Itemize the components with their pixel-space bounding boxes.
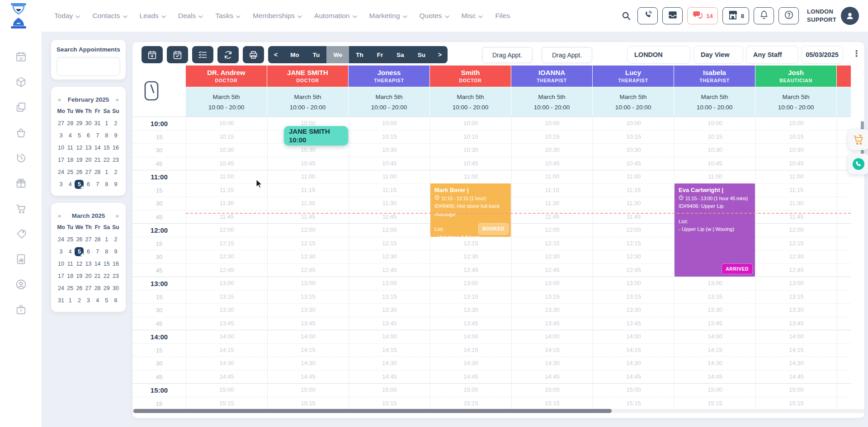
time-slot[interactable]: 15:00	[593, 383, 674, 397]
time-slot[interactable]: 12:00	[593, 223, 674, 237]
time-slot[interactable]: 14:15	[511, 343, 593, 357]
nav-item-tasks[interactable]: Tasks	[215, 12, 241, 20]
time-slot[interactable]: 10:15	[755, 130, 837, 144]
date-input[interactable]: 05/03/2025	[801, 46, 843, 64]
time-slot[interactable]: 11:00	[674, 170, 755, 183]
app-logo[interactable]	[8, 2, 31, 30]
time-slot[interactable]: 15:15	[186, 397, 267, 410]
next-month-button[interactable]: »	[116, 96, 119, 103]
time-slot[interactable]: 15:15	[349, 397, 430, 410]
calendar-day[interactable]: 21	[93, 272, 102, 281]
time-slot-partial[interactable]	[837, 117, 851, 130]
cart-floating-button[interactable]	[848, 129, 868, 150]
time-slot[interactable]: 12:15	[267, 237, 349, 250]
time-slot[interactable]: 13:45	[511, 317, 593, 330]
day-tab-we[interactable]: We	[326, 46, 349, 63]
calendar-day[interactable]: 1	[102, 235, 111, 244]
time-slot[interactable]: 13:15	[593, 290, 674, 304]
calendar-day[interactable]: 8	[102, 131, 111, 140]
calendar-day[interactable]: 30	[84, 119, 93, 128]
calendar-day[interactable]: 13	[84, 259, 93, 268]
time-slot[interactable]: 12:45	[755, 263, 837, 277]
calendar-day[interactable]: 4	[66, 180, 75, 189]
time-slot-partial[interactable]	[837, 237, 851, 250]
time-slot[interactable]: 14:45	[674, 370, 755, 384]
calendar-day[interactable]: 11	[66, 143, 75, 152]
time-slot[interactable]: 12:30	[755, 250, 837, 263]
calendar-day[interactable]: 1	[66, 296, 75, 305]
time-slot[interactable]: 14:45	[755, 370, 837, 384]
time-slot[interactable]: 12:00	[755, 223, 837, 237]
time-slot[interactable]: 10:45	[511, 157, 593, 170]
time-slot[interactable]: 15:15	[511, 397, 593, 410]
time-slot[interactable]: 13:15	[267, 290, 349, 304]
time-slot[interactable]: 10:00	[349, 117, 430, 130]
time-slot[interactable]: 13:30	[267, 303, 349, 317]
time-slot[interactable]: 13:15	[349, 290, 430, 304]
time-slot[interactable]: 11:15	[511, 183, 593, 197]
time-slot[interactable]: 13:00	[593, 277, 674, 290]
calendar-day[interactable]: 1	[102, 168, 111, 177]
calendar-day[interactable]: 6	[84, 247, 93, 256]
print-button[interactable]	[243, 46, 264, 63]
avatar[interactable]	[841, 7, 859, 25]
nav-item-quotes[interactable]: Quotes	[420, 12, 449, 20]
sidebar-item-lock-case[interactable]	[15, 304, 27, 315]
calendar-day[interactable]: 22	[102, 272, 111, 281]
time-slot[interactable]: 13:45	[430, 317, 511, 330]
time-slot[interactable]: 10:30	[674, 143, 755, 157]
time-slot[interactable]: 12:00	[511, 223, 593, 237]
time-slot[interactable]: 12:30	[593, 250, 674, 263]
calendar-day[interactable]: 14	[93, 143, 102, 152]
calendar-day[interactable]: 3	[57, 131, 66, 140]
time-slot[interactable]: 13:30	[186, 303, 267, 317]
time-slot[interactable]: 14:15	[349, 343, 430, 357]
time-slot[interactable]: 10:45	[349, 157, 430, 170]
sidebar-item-calendar[interactable]: 12	[15, 51, 27, 62]
staff-column-header[interactable]: JoshBEAUTICIAN	[755, 66, 836, 87]
time-slot[interactable]: 10:00	[755, 117, 837, 130]
time-slot[interactable]: 12:00	[267, 223, 349, 237]
time-slot[interactable]: 14:00	[349, 330, 430, 343]
time-slot[interactable]: 11:15	[755, 183, 837, 197]
calendar-day[interactable]: 24	[57, 284, 66, 293]
calendar-day[interactable]: 25	[66, 284, 75, 293]
time-slot[interactable]: 14:15	[267, 343, 349, 357]
time-slot[interactable]: 14:45	[267, 370, 349, 384]
calendar-day[interactable]: 27	[84, 168, 93, 177]
nav-item-marketing[interactable]: Marketing	[369, 12, 407, 20]
time-slot[interactable]: 14:00	[267, 330, 349, 343]
inbox-button[interactable]	[662, 7, 683, 24]
time-slot-partial[interactable]	[837, 210, 851, 224]
time-slot[interactable]: 15:15	[593, 397, 674, 410]
time-slot[interactable]: 13:00	[674, 277, 755, 290]
time-slot[interactable]: 13:15	[511, 290, 593, 304]
time-slot[interactable]: 13:15	[674, 290, 755, 304]
calendar-day[interactable]: 12	[75, 143, 84, 152]
time-slot[interactable]: 13:15	[430, 290, 511, 304]
time-slot[interactable]: 14:15	[755, 343, 837, 357]
time-slot[interactable]: 12:15	[511, 237, 593, 250]
calendar-day[interactable]: 25	[66, 168, 75, 177]
calendar-day[interactable]: 31	[93, 119, 102, 128]
time-slot[interactable]: 14:30	[755, 357, 837, 370]
time-slot[interactable]: 11:30	[186, 197, 267, 210]
calendar-day[interactable]: 26	[75, 284, 84, 293]
time-slot[interactable]: 13:00	[349, 277, 430, 290]
chat-button[interactable]: 14	[687, 7, 717, 24]
time-slot[interactable]: 10:30	[430, 143, 511, 157]
calendar-day[interactable]: 4	[66, 247, 75, 256]
staff-column-header[interactable]: LucyTHERAPIST	[593, 66, 674, 87]
time-slot[interactable]: 13:45	[349, 317, 430, 330]
calendar-day[interactable]: 25	[66, 235, 75, 244]
time-slot[interactable]: 10:15	[593, 130, 674, 144]
time-slot[interactable]: 11:15	[186, 183, 267, 197]
calendar-day[interactable]: 1	[102, 119, 111, 128]
prev-day-button[interactable]: <	[268, 46, 283, 63]
time-slot[interactable]: 13:30	[593, 303, 674, 317]
time-slot[interactable]: 14:45	[349, 370, 430, 384]
time-slot[interactable]: 13:00	[186, 277, 267, 290]
time-slot[interactable]: 14:00	[186, 330, 267, 343]
time-slot-partial[interactable]	[837, 290, 851, 304]
time-slot[interactable]: 14:45	[593, 370, 674, 384]
